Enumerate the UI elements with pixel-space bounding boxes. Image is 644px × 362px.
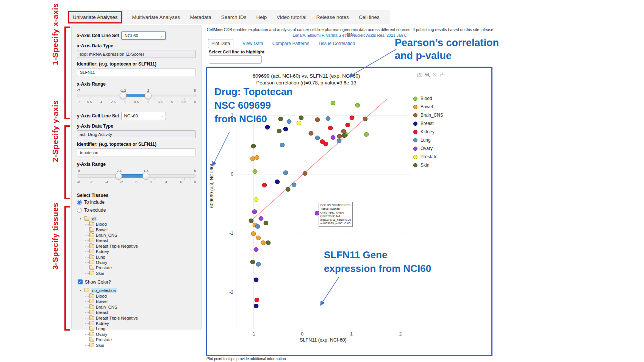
scatter-point-ovary[interactable] (253, 247, 258, 252)
scatter-point-skin[interactable] (263, 221, 268, 225)
scatter-point-skin[interactable] (266, 240, 271, 245)
tree-expander-icon[interactable]: ▾ (80, 217, 83, 220)
scatter-point-bowel[interactable] (255, 155, 259, 160)
tab-view-data[interactable]: View Data (242, 41, 263, 46)
scatter-point-kidney[interactable] (349, 115, 354, 120)
scatter-point-prostate[interactable] (296, 121, 301, 125)
legend-item-bowel[interactable]: Bowel (413, 103, 443, 111)
tree-item-breast-triple-negative[interactable]: Breast Triple Negative (85, 243, 196, 249)
tree-expander-icon[interactable]: ▾ (80, 289, 83, 292)
x-identifier-input[interactable]: SLFN11 (77, 68, 196, 76)
close-icon[interactable] (433, 73, 437, 77)
tree-item-breast-triple-negative[interactable]: Breast Triple Negative (85, 315, 196, 320)
tree-item-skin[interactable]: Skin (85, 271, 196, 276)
scatter-point-lung[interactable] (336, 139, 341, 143)
radio-include[interactable] (77, 200, 82, 205)
scatter-point-brain_cns[interactable] (337, 134, 342, 139)
scatter-point-ovary[interactable] (252, 209, 257, 214)
scatter-point-blood[interactable] (253, 169, 258, 174)
tree-item-breast[interactable]: Breast (85, 310, 196, 315)
scatter-point-brain_cns[interactable] (309, 131, 314, 136)
tab-compare-patterns[interactable]: Compare Patterns (272, 41, 309, 46)
legend-item-prostate[interactable]: Prostate (413, 153, 443, 161)
show-color-option[interactable]: ✓ Show Color? (78, 279, 196, 285)
tree-item-kidney[interactable]: Kidney (85, 321, 196, 326)
tab-tissue-correlation[interactable]: Tissue Correlation (318, 41, 355, 46)
y-identifier-input[interactable]: topotecan (77, 148, 196, 156)
legend-item-blood[interactable]: Blood (413, 94, 443, 103)
tree-item-brain-cns[interactable]: Brain_CNS (85, 304, 196, 310)
nav-item-multivariate-analyses[interactable]: Multivariate Analyses (132, 14, 180, 20)
y-range-slider[interactable]: -8-2.41.38-8-6-4-202468 (77, 169, 196, 186)
tree-item-blood[interactable]: Blood (85, 222, 196, 227)
tree-item-ovary[interactable]: Ovary (85, 260, 196, 265)
nav-item-metadata[interactable]: Metadata (190, 14, 211, 20)
scatter-point-lung[interactable] (255, 224, 260, 229)
tree-item-kidney[interactable]: Kidney (85, 249, 196, 254)
scatter-point-lung[interactable] (283, 170, 288, 175)
legend-item-breast[interactable]: Breast (413, 119, 443, 128)
scatter-point-bowel[interactable] (251, 231, 256, 236)
highlight-cell-line-input[interactable] (209, 55, 262, 64)
nav-item-univariate-analyses[interactable]: Univariate Analyses (68, 11, 122, 23)
scatter-point-skin[interactable] (277, 129, 281, 133)
tissues-include-option[interactable]: To include (77, 200, 196, 205)
scatter-point-skin[interactable] (251, 144, 256, 148)
tree-item-ovary[interactable]: Ovary (85, 332, 196, 337)
slider-track[interactable] (77, 94, 196, 97)
x-range-slider[interactable]: -7-1.228-7-5.5-4-2.5-10.523.556.58 (77, 88, 196, 106)
x-data-type-select[interactable]: exp: mRNA Expression (Z-Score) (77, 50, 196, 58)
reset-axes-icon[interactable] (439, 73, 444, 77)
show-color-checkbox[interactable]: ✓ (78, 279, 83, 284)
scatter-point-ovary[interactable] (258, 216, 263, 221)
nav-item-cell-lines[interactable]: Cell lines (359, 14, 380, 20)
tree-item-bowel[interactable]: Bowel (85, 299, 196, 304)
legend-item-ovary[interactable]: Ovary (413, 144, 443, 153)
scatter-point-ovary[interactable] (331, 135, 336, 140)
y-data-type-select[interactable]: act: Drug Activity (77, 130, 196, 138)
tissues-exclude-option[interactable]: To exclude (77, 208, 196, 213)
scatter-point-brain_cns[interactable] (363, 117, 367, 121)
scatter-point-skin[interactable] (250, 260, 255, 264)
scatter-point-kidney[interactable] (345, 123, 350, 127)
scatter-point-skin[interactable] (249, 218, 253, 223)
scatter-point-lung[interactable] (256, 262, 261, 267)
scatter-point-blood[interactable] (331, 101, 336, 105)
camera-icon[interactable] (417, 73, 422, 77)
scatter-point-brain_cns[interactable] (315, 117, 320, 122)
legend-item-kidney[interactable]: Kidney (413, 128, 443, 136)
legend-item-brain_cns[interactable]: Brain_CNS (413, 111, 443, 119)
tree-item-brain-cns[interactable]: Brain_CNS (85, 232, 196, 238)
scatter-point-kidney[interactable] (255, 298, 259, 302)
nav-item-video-tutorial[interactable]: Video tutorial (277, 14, 306, 20)
scatter-point-breast[interactable] (253, 304, 258, 308)
scatter-point-lung[interactable] (315, 136, 320, 140)
tree-item-breast[interactable]: Breast (85, 238, 196, 243)
scatter-point-kidney[interactable] (328, 126, 333, 130)
y-cell-line-set-select[interactable]: NCI-60 ⌄ (121, 112, 166, 120)
tree-item-skin[interactable]: Skin (85, 342, 196, 348)
scatter-point-skin[interactable] (286, 187, 291, 192)
x-cell-line-set-select[interactable]: NCI-60 ⌄ (121, 31, 166, 40)
scatter-point-breast[interactable] (253, 278, 258, 282)
tree-root[interactable]: ▾all (80, 216, 196, 222)
tab-plot-data[interactable]: Plot Data (208, 39, 233, 48)
tree-item-blood[interactable]: Blood (85, 293, 196, 299)
zoom-in-icon[interactable] (425, 72, 430, 77)
scatter-point-breast[interactable] (275, 179, 280, 184)
tree-item-bowel[interactable]: Bowel (85, 227, 196, 232)
scatter-point-skin[interactable] (299, 115, 304, 120)
tree-root[interactable]: ▾no_selection (80, 288, 196, 293)
scatter-point-kidney[interactable] (323, 142, 328, 146)
scatter-point-lung[interactable] (326, 116, 331, 121)
scatter-point-blood[interactable] (355, 103, 360, 108)
radio-exclude[interactable] (77, 208, 82, 213)
tree-item-prostate[interactable]: Prostate (85, 265, 196, 270)
nav-item-help[interactable]: Help (256, 14, 267, 20)
scatter-point-lung[interactable] (291, 183, 296, 187)
tree-item-prostate[interactable]: Prostate (85, 337, 196, 342)
scatter-point-kidney[interactable] (262, 183, 267, 187)
scatter-point-lung[interactable] (280, 143, 284, 147)
scatter-point-blood[interactable] (364, 132, 369, 137)
tree-item-lung[interactable]: Lung (85, 254, 196, 259)
